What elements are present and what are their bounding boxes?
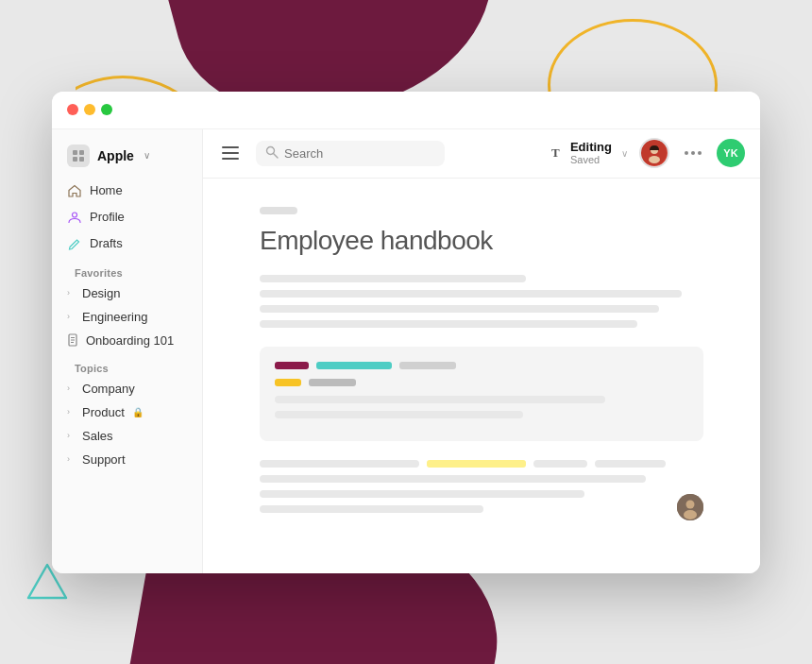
close-button[interactable] [67,104,78,115]
inline-user-avatar [677,494,703,520]
skeleton-line-inline [595,460,666,468]
document-title: Employee handbook [260,226,703,256]
drafts-label: Drafts [90,236,123,250]
svg-rect-2 [79,150,84,155]
product-lock-icon: 🔒 [132,407,144,417]
status-subtitle: Saved [570,154,612,166]
skeleton-line [260,290,682,298]
skeleton-line [260,305,659,313]
hamburger-line-1 [222,146,239,148]
status-chevron-icon: ∨ [621,148,628,159]
skeleton-line-block [275,396,605,403]
content-row-2 [275,379,688,386]
sidebar-item-product[interactable]: › Product 🔒 [59,401,195,423]
workspace-header[interactable]: Apple ∨ [52,141,202,179]
engineering-label: Engineering [82,310,147,324]
home-icon [67,183,82,198]
profile-icon [67,210,82,225]
inline-content [260,460,703,520]
svg-point-19 [686,500,695,508]
maximize-button[interactable] [101,104,112,115]
menu-toggle-button[interactable] [218,140,245,166]
dot-2 [691,151,695,155]
bar-teal [316,362,392,369]
svg-rect-1 [73,150,77,155]
highlight-line [427,460,526,468]
collaborator-avatar-button[interactable] [639,138,669,168]
sidebar-item-support[interactable]: › Support [59,449,195,470]
sidebar-item-sales[interactable]: › Sales [59,425,195,447]
skeleton-line-inline [260,475,646,483]
editing-status[interactable]: T Editing Saved ∨ [550,140,628,167]
profile-label: Profile [90,210,125,224]
search-bar[interactable] [256,141,445,166]
user-avatar-button[interactable]: YK [717,139,745,167]
dot-3 [698,151,702,155]
status-text-group: Editing Saved [570,140,612,167]
svg-rect-4 [79,157,84,162]
app-window: Apple ∨ Home [52,92,760,573]
svg-text:T: T [551,145,560,160]
design-label: Design [82,286,120,300]
titlebar [52,92,760,129]
product-chevron-icon: › [67,407,76,417]
dot-1 [685,151,688,155]
sidebar-item-home[interactable]: Home [59,179,195,203]
skeleton-line [260,320,637,328]
search-icon [265,145,279,162]
support-chevron-icon: › [67,454,76,464]
workspace-name: Apple [97,148,134,163]
favorites-section-label: Favorites [59,258,195,282]
company-chevron-icon: › [67,383,76,393]
window-body: Apple ∨ Home [52,129,760,573]
sidebar-item-onboarding[interactable]: Onboarding 101 [59,330,195,351]
bar-gray-med [309,379,356,386]
sidebar-item-engineering[interactable]: › Engineering [59,306,195,328]
editing-type-icon: T [550,145,565,162]
sidebar-item-design[interactable]: › Design [59,282,195,304]
svg-line-11 [274,153,279,158]
sidebar-item-drafts[interactable]: Drafts [59,231,195,256]
minimize-button[interactable] [84,104,95,115]
svg-point-5 [73,213,77,217]
skeleton-line-inline [260,490,584,498]
svg-point-15 [649,156,660,163]
skeleton-line-block [275,411,523,418]
onboarding-label: Onboarding 101 [86,333,174,348]
more-options-button[interactable] [681,147,705,159]
skeleton-line-inline [260,460,419,468]
content-block [260,347,703,441]
drafts-icon [67,236,82,251]
sidebar-item-company[interactable]: › Company [59,378,195,400]
workspace-icon [67,145,90,167]
svg-rect-3 [73,157,77,162]
collaborator-avatar-img [641,140,668,166]
search-input[interactable] [284,146,435,161]
hamburger-line-2 [222,152,239,154]
bar-gray-sm [399,362,456,369]
engineering-chevron-icon: › [67,312,76,321]
document-area[interactable]: Employee handbook [203,179,760,573]
doc-tag [260,207,297,214]
inline-lines [260,460,666,520]
support-label: Support [82,452,126,467]
onboarding-doc-icon [67,333,80,347]
skeleton-line [260,275,526,282]
topics-section-label: Topics [59,353,195,378]
user-initials: YK [723,147,737,159]
sidebar: Apple ∨ Home [52,129,203,573]
design-chevron-icon: › [67,288,76,298]
content-row-1 [275,362,688,369]
toolbar: T Editing Saved ∨ [203,129,760,179]
bar-dark-red [275,362,309,369]
status-title: Editing [570,140,612,155]
sidebar-nav: Home Profile [52,179,202,470]
sales-chevron-icon: › [67,431,76,440]
bar-yellow [275,379,301,386]
sales-label: Sales [82,429,113,443]
svg-point-20 [684,510,697,519]
home-label: Home [90,183,123,197]
sidebar-item-profile[interactable]: Profile [59,205,195,230]
main-content: T Editing Saved ∨ [203,129,760,573]
skeleton-line-inline [260,505,483,513]
